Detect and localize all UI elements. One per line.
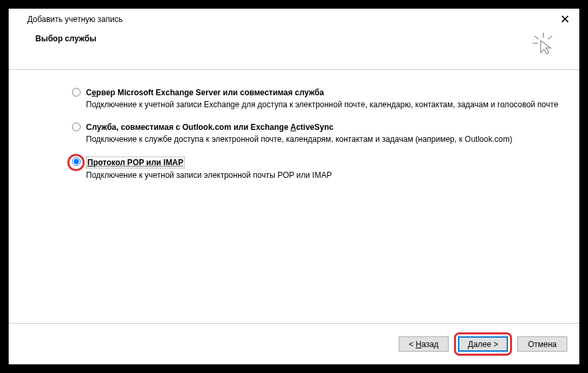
dialog-frame: Добавить учетную запись ✕ Выбор службы — [7, 7, 581, 366]
option-pop-imap: Протокол POP или IMAP Подключение к учет… — [72, 157, 559, 181]
option-exchange-title: Сервер Microsoft Exchange Server или сов… — [86, 87, 558, 98]
cancel-button[interactable]: Отмена — [517, 336, 567, 352]
dialog-window: Добавить учетную запись ✕ Выбор службы — [9, 9, 579, 364]
option-activesync: Служба, совместимая с Outlook.com или Ex… — [72, 122, 559, 145]
page-title: Выбор службы — [35, 34, 96, 43]
radio-wrap — [72, 157, 81, 167]
options-panel: Сервер Microsoft Exchange Server или сов… — [9, 70, 579, 323]
window-title: Добавить учетную запись — [27, 15, 123, 24]
option-pop-imap-desc: Подключение к учетной записи электронной… — [86, 170, 332, 181]
svg-line-1 — [535, 36, 539, 39]
wizard-footer: < Назад Далее > Отмена — [9, 323, 579, 364]
highlight-next: Далее > — [454, 332, 512, 356]
option-exchange: Сервер Microsoft Exchange Server или сов… — [72, 87, 559, 110]
option-activesync-title: Служба, совместимая с Outlook.com или Ex… — [86, 122, 512, 133]
radio-activesync[interactable] — [72, 123, 81, 131]
radio-pop-imap[interactable] — [72, 157, 81, 166]
option-text: Сервер Microsoft Exchange Server или сов… — [86, 87, 558, 110]
svg-line-2 — [548, 36, 552, 39]
option-pop-imap-title: Протокол POP или IMAP — [86, 157, 332, 169]
option-activesync-desc: Подключение к службе доступа к электронн… — [86, 134, 512, 145]
option-text: Протокол POP или IMAP Подключение к учет… — [86, 157, 332, 181]
radio-wrap — [72, 123, 81, 132]
close-icon[interactable]: ✕ — [558, 13, 571, 25]
radio-wrap — [72, 88, 81, 97]
wizard-header: Выбор службы — [9, 29, 579, 70]
option-exchange-desc: Подключение к учетной записи Exchange дл… — [86, 99, 558, 110]
next-button[interactable]: Далее > — [458, 336, 508, 352]
back-button[interactable]: < Назад — [399, 336, 449, 352]
option-text: Служба, совместимая с Outlook.com или Ex… — [86, 122, 512, 145]
titlebar: Добавить учетную запись ✕ — [9, 9, 579, 29]
cursor-click-icon — [531, 31, 555, 57]
radio-exchange[interactable] — [72, 88, 81, 97]
